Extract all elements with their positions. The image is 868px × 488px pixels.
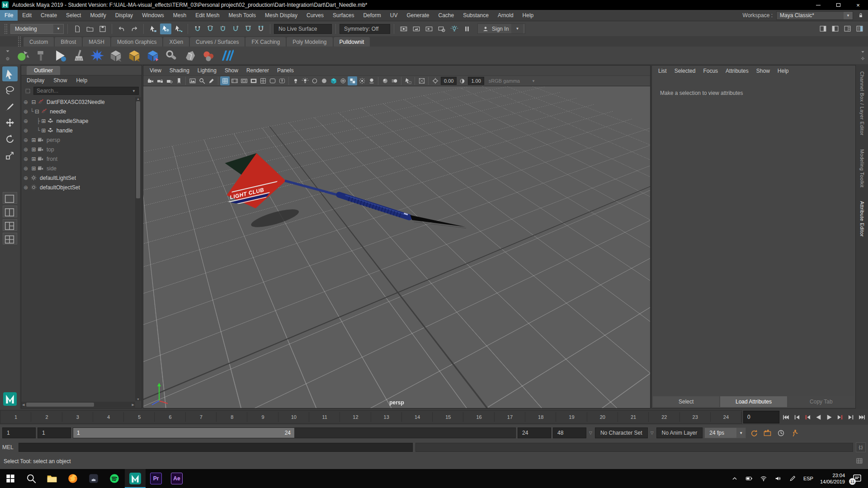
frame-24[interactable]: 24 <box>711 411 741 423</box>
step-forward-key-button[interactable] <box>835 411 845 423</box>
expand-box-icon[interactable]: ⊞ <box>40 127 47 134</box>
render-sequence-icon[interactable] <box>423 23 434 34</box>
play-forwards-button[interactable] <box>824 411 835 423</box>
taskbar-search-icon[interactable] <box>21 469 42 488</box>
pulldownit-logo-icon[interactable] <box>219 48 235 63</box>
expand-circle-icon[interactable]: ⊕ <box>21 184 30 191</box>
undo-icon[interactable] <box>116 23 127 34</box>
minimize-button[interactable] <box>808 0 828 10</box>
menu-modify[interactable]: Modify <box>85 10 110 21</box>
drag-grip[interactable] <box>5 24 7 34</box>
grid-toggle-icon[interactable] <box>220 76 230 85</box>
safe-action-icon[interactable] <box>268 76 277 85</box>
close-button[interactable]: × <box>848 0 868 10</box>
move-tool[interactable] <box>2 115 18 130</box>
menu-arnold[interactable]: Arnold <box>493 10 518 21</box>
outliner-item-needleshape[interactable]: ⊕ ├⊞needleShape <box>21 116 142 126</box>
chevron-down-icon[interactable]: ▼ <box>844 12 853 19</box>
taskbar-premiere-icon[interactable]: Pr <box>146 469 166 488</box>
ae-menu-show[interactable]: Show <box>756 68 770 74</box>
outliner-horizontal-scrollbar[interactable]: ◀▶ <box>21 402 135 408</box>
frame-6[interactable]: 6 <box>155 411 185 423</box>
shelf-tab-fx-caching[interactable]: FX Caching <box>245 37 286 47</box>
viewport-menu-view[interactable]: View <box>150 67 161 74</box>
pdi-stress-icon[interactable] <box>90 48 105 63</box>
expand-circle-icon[interactable]: ⊕ <box>21 127 30 134</box>
workspace-lock-icon[interactable] <box>857 12 864 19</box>
expand-box-icon[interactable]: ⊞ <box>30 137 37 143</box>
collapse-box-icon[interactable]: ⊟ <box>33 108 40 115</box>
animation-end-field[interactable]: 48 <box>553 427 586 438</box>
default-lighting-icon[interactable] <box>291 76 300 85</box>
image-plane-icon[interactable] <box>188 76 197 85</box>
anim-layer-field[interactable]: No Anim Layer <box>656 427 703 438</box>
safe-title-icon[interactable] <box>277 76 287 85</box>
new-scene-icon[interactable] <box>71 23 83 34</box>
pdi-hammer-icon[interactable] <box>34 48 49 63</box>
go-to-start-button[interactable] <box>781 411 791 423</box>
taskbar-clock[interactable]: 23:04 14/06/2019 <box>820 472 845 485</box>
outliner-item-persp[interactable]: ⊕⊞persp <box>21 135 142 145</box>
outliner-menu-help[interactable]: Help <box>76 77 87 84</box>
frame-2[interactable]: 2 <box>31 411 62 423</box>
xray-mode-icon[interactable] <box>417 76 426 85</box>
notification-icon[interactable]: 11 <box>852 473 863 484</box>
two-pane-layout-button[interactable] <box>3 206 17 217</box>
motion-blur-toggle-icon[interactable] <box>390 76 399 85</box>
use-lights-icon[interactable] <box>357 76 367 85</box>
chevron-up-icon[interactable] <box>731 475 739 483</box>
paint-select-tool[interactable] <box>2 99 18 114</box>
anim-prefs-icon[interactable] <box>775 427 787 439</box>
ae-menu-list[interactable]: List <box>658 68 667 74</box>
render-settings-icon[interactable] <box>436 23 447 34</box>
four-pane-layout-button[interactable] <box>3 233 17 244</box>
menu-deform[interactable]: Deform <box>359 10 385 21</box>
menu-edit[interactable]: Edit <box>18 10 36 21</box>
modeling-toolkit-toggle-icon[interactable] <box>854 23 865 34</box>
gamma-icon[interactable] <box>458 76 467 85</box>
snap-projected-icon[interactable] <box>230 23 241 34</box>
frame-16[interactable]: 16 <box>463 411 494 423</box>
range-end-handle[interactable]: 24 <box>285 430 291 436</box>
expand-box-icon[interactable]: ⊞ <box>30 146 37 153</box>
frame-22[interactable]: 22 <box>649 411 679 423</box>
copy-tab-button[interactable]: Copy Tab <box>788 396 854 407</box>
expand-circle-icon[interactable]: ⊕ <box>21 165 30 172</box>
viewport-menu-lighting[interactable]: Lighting <box>198 67 217 74</box>
menu-surfaces[interactable]: Surfaces <box>328 10 359 21</box>
maya-logo-icon[interactable] <box>3 392 17 406</box>
menu-generate[interactable]: Generate <box>402 10 434 21</box>
outliner-tab[interactable]: Outliner <box>27 66 60 75</box>
expand-box-icon[interactable]: ⊞ <box>30 156 37 162</box>
expand-circle-icon[interactable]: ⊕ <box>21 146 30 153</box>
outliner-item-defaultobjectset[interactable]: ⊕defaultObjectSet <box>21 183 142 192</box>
tool-settings-toggle-icon[interactable] <box>830 23 841 34</box>
sidebar-tab-attribute-editor[interactable]: Attribute Editor <box>859 201 865 237</box>
current-frame-field[interactable]: 0 <box>743 411 779 423</box>
select-component-icon[interactable] <box>173 23 184 34</box>
expand-box-icon[interactable]: ⊞ <box>30 165 37 172</box>
outliner-item-top[interactable]: ⊕⊞top <box>21 145 142 154</box>
viewport-menu-renderer[interactable]: Renderer <box>246 67 269 74</box>
menu-cache[interactable]: Cache <box>434 10 458 21</box>
frame-21[interactable]: 21 <box>618 411 649 423</box>
make-live-icon[interactable] <box>255 23 266 34</box>
menu-substance[interactable]: Substance <box>458 10 493 21</box>
shelf-tab-curves-surfaces[interactable]: Curves / Surfaces <box>190 37 245 47</box>
menu-create[interactable]: Create <box>36 10 61 21</box>
frame-10[interactable]: 10 <box>278 411 309 423</box>
pdi-play-icon[interactable] <box>52 48 68 63</box>
select-object-icon[interactable] <box>160 23 171 34</box>
frame-18[interactable]: 18 <box>525 411 556 423</box>
ipr-render-icon[interactable] <box>410 23 422 34</box>
taskbar-dark-app-icon[interactable] <box>83 469 104 488</box>
expand-circle-icon[interactable]: ⊕ <box>21 118 30 124</box>
bookmark-icon[interactable] <box>174 76 184 85</box>
pdi-broom-icon[interactable] <box>71 48 86 63</box>
sidebar-tab-channel-box-layer-editor[interactable]: Channel Box / Layer Editor <box>859 71 865 136</box>
pdi-shatter-gold-icon[interactable] <box>127 48 142 63</box>
volume-icon[interactable] <box>774 475 782 483</box>
outliner-vertical-scrollbar[interactable]: ▲▼ <box>135 97 141 401</box>
anim-layer-menu-icon[interactable]: ▽ <box>651 431 654 435</box>
frame-8[interactable]: 8 <box>217 411 247 423</box>
